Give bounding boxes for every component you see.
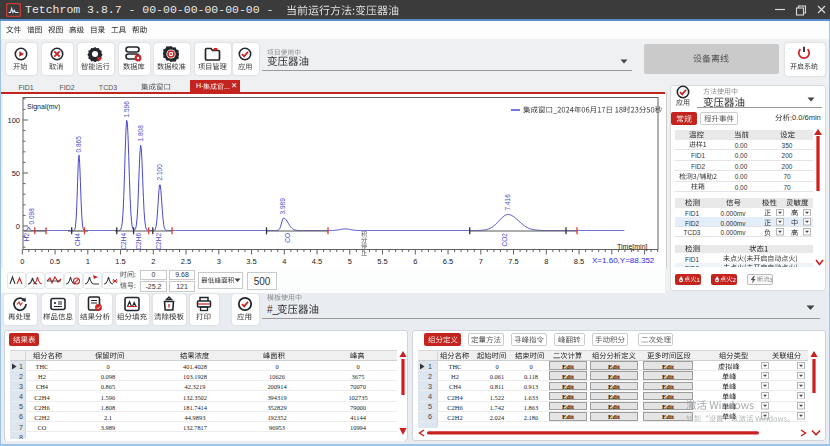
- svg-text:X=1.60,Y=88.352: X=1.60,Y=88.352: [592, 256, 655, 265]
- svg-text:CH4: CH4: [74, 233, 81, 246]
- svg-text:CO: CO: [284, 233, 291, 243]
- svg-text:4.5: 4.5: [312, 257, 322, 266]
- svg-text:6: 6: [413, 257, 417, 266]
- svg-text:1.808: 1.808: [137, 125, 144, 142]
- svg-text:2.5: 2.5: [181, 257, 191, 266]
- svg-text:3.989: 3.989: [279, 198, 286, 215]
- svg-text:3: 3: [217, 257, 221, 266]
- svg-text:Time[min]: Time[min]: [617, 243, 648, 251]
- svg-text:8: 8: [544, 257, 548, 266]
- svg-text:0: 0: [20, 257, 24, 266]
- svg-text:2: 2: [151, 257, 155, 266]
- svg-text:Signal(mv): Signal(mv): [27, 103, 60, 111]
- svg-text:0.098: 0.098: [28, 208, 35, 225]
- svg-text:1: 1: [86, 257, 90, 266]
- svg-text:6.5: 6.5: [443, 257, 453, 266]
- svg-text:0: 0: [16, 222, 20, 231]
- svg-text:0.865: 0.865: [75, 136, 82, 153]
- svg-text:5.5: 5.5: [377, 257, 387, 266]
- svg-text:0.5: 0.5: [50, 257, 60, 266]
- svg-text:4: 4: [282, 257, 286, 266]
- svg-text:H2: H2: [23, 233, 30, 242]
- svg-text:1.596: 1.596: [123, 101, 130, 118]
- svg-text:7: 7: [479, 257, 483, 266]
- svg-text:8.5: 8.5: [574, 257, 584, 266]
- svg-text:2.100: 2.100: [156, 164, 163, 181]
- svg-text:CO2: CO2: [501, 233, 508, 247]
- svg-text:7.5: 7.5: [508, 257, 518, 266]
- svg-text:5: 5: [348, 257, 352, 266]
- svg-text:100: 100: [7, 116, 20, 125]
- svg-text:C2H4: C2H4: [120, 233, 127, 250]
- svg-text:3.5: 3.5: [246, 257, 256, 266]
- svg-text:7.416: 7.416: [504, 194, 511, 211]
- svg-text:50: 50: [12, 169, 20, 178]
- svg-text:1.5: 1.5: [115, 257, 125, 266]
- svg-text:C2H2: C2H2: [155, 233, 162, 250]
- svg-text:C2H6: C2H6: [135, 233, 142, 250]
